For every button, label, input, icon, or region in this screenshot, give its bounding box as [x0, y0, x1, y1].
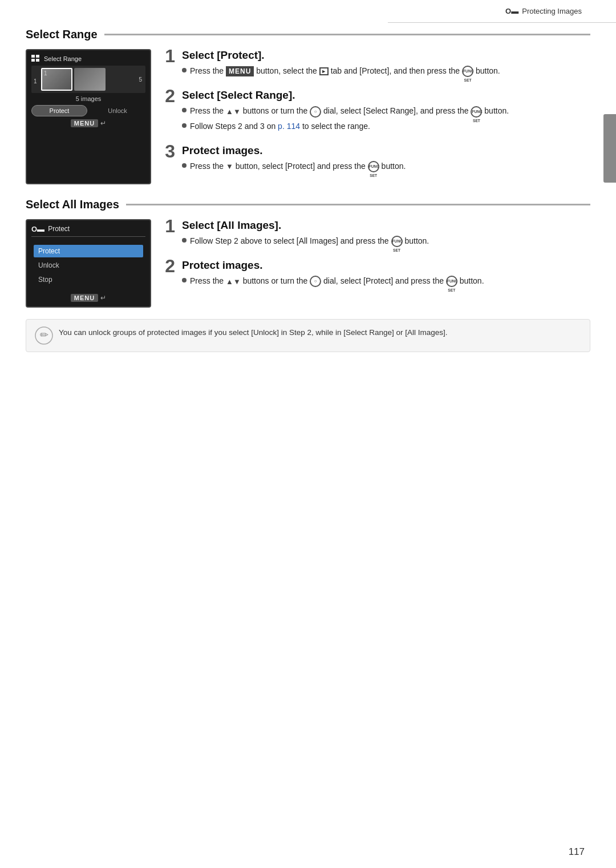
images-count: 5 images — [31, 95, 145, 102]
all-step-2-bullet: Press the ▲▼ buttons or turn the ○ dial,… — [182, 275, 590, 287]
select-range-header: Select Range — [26, 26, 590, 43]
svg-rect-2 — [31, 59, 35, 62]
img-thumb-1: 1 — [41, 68, 72, 91]
step-2-block: 2 Select [Select Range]. Press the ▲▼ bu… — [163, 89, 590, 135]
camera-menu-row: MENU ↵ — [31, 119, 145, 127]
menu-item-unlock[interactable]: Unlock — [34, 259, 143, 272]
up-down-icon-2: ▲▼ — [226, 276, 241, 288]
func-set-icon-2: FUNCSET — [471, 106, 482, 118]
screen2-title-row: O▬ Protect — [31, 225, 145, 237]
step-2-number: 2 — [163, 87, 175, 105]
menu-button-inline: MENU — [226, 66, 254, 76]
play-tab-icon: ► — [319, 67, 329, 75]
right-edge-tab — [603, 114, 616, 183]
step-3-block: 3 Protect images. Press the ▼ button, se… — [163, 144, 590, 175]
all-step-1-title: Select [All Images]. — [182, 219, 590, 232]
select-range-steps: 1 Select [Protect]. Press the MENU butto… — [163, 49, 590, 184]
bullet-dot — [182, 238, 187, 243]
bullet-dot — [182, 68, 187, 72]
step-3-number: 3 — [163, 142, 175, 160]
select-all-camera-screen: O▬ Protect Protect Unlock Stop MENU ↵ — [26, 219, 151, 308]
header-title: O▬ Protecting Images — [505, 7, 582, 15]
img-thumb-num: 1 — [44, 70, 47, 76]
step-2-bullet-1: Press the ▲▼ buttons or turn the ○ dial,… — [182, 105, 590, 117]
step-2-title: Select [Select Range]. — [182, 89, 590, 102]
all-step-1-bullet: Follow Step 2 above to select [All Image… — [182, 235, 590, 247]
step-2-bullet-2: Follow Steps 2 and 3 on p. 114 to select… — [182, 120, 590, 132]
select-range-title: Select Range — [26, 26, 104, 43]
note-text: You can unlock groups of protected image… — [59, 326, 581, 339]
step-1-content: Select [Protect]. Press the MENU button,… — [182, 49, 590, 80]
step-1-bullet-1: Press the MENU button, select the ► tab … — [182, 65, 590, 77]
select-range-body: Select Range 1 1 5 5 images — [26, 49, 590, 184]
func-set-icon-4: FUNCSET — [391, 236, 403, 247]
menu-label-2[interactable]: MENU — [71, 294, 98, 302]
screen-title-text: Select Range — [44, 55, 82, 62]
step-2-text-2: Follow Steps 2 and 3 on p. 114 to select… — [190, 120, 590, 132]
all-step-2-block: 2 Protect images. Press the ▲▼ buttons o… — [163, 259, 590, 290]
screen-title-row: Select Range — [31, 55, 145, 62]
menu-label[interactable]: MENU — [71, 119, 98, 127]
svg-rect-3 — [36, 59, 39, 62]
bullet-dot — [182, 108, 187, 112]
step-3-bullet-1: Press the ▼ button, select [Protect] and… — [182, 160, 590, 172]
protect-btn[interactable]: Protect — [31, 105, 87, 116]
menu-item-protect[interactable]: Protect — [34, 245, 143, 257]
select-all-header: Select All Images — [26, 196, 590, 213]
func-set-icon-3: FUNCSET — [368, 161, 379, 172]
select-range-camera-screen: Select Range 1 1 5 5 images — [26, 49, 151, 184]
bullet-dot — [182, 123, 187, 128]
dial-icon-2: ○ — [310, 276, 321, 287]
screen2-title-text: Protect — [48, 225, 70, 233]
func-set-icon-5: FUNCSET — [446, 276, 457, 287]
step-3-text-1: Press the ▼ button, select [Protect] and… — [190, 160, 590, 172]
unlock-btn[interactable]: Unlock — [90, 105, 145, 116]
img-num-left: 1 — [34, 78, 37, 84]
all-step-1-content: Select [All Images]. Follow Step 2 above… — [182, 219, 590, 250]
step-1-block: 1 Select [Protect]. Press the MENU butto… — [163, 49, 590, 80]
grid-icon — [31, 55, 40, 62]
svg-rect-0 — [31, 55, 35, 58]
select-all-steps: 1 Select [All Images]. Follow Step 2 abo… — [163, 219, 590, 308]
img-thumb-2 — [74, 68, 106, 91]
dial-icon-1: ○ — [310, 106, 321, 118]
all-step-2-text: Press the ▲▼ buttons or turn the ○ dial,… — [190, 275, 590, 287]
all-step-1-number: 1 — [163, 217, 175, 235]
select-all-images-section: Select All Images O▬ Protect Protect Unl… — [26, 196, 590, 352]
camera-menu-row-2: MENU ↵ — [31, 294, 145, 302]
bullet-dot — [182, 163, 187, 168]
down-arrow-icon: ▼ — [226, 161, 233, 172]
header-bar: O▬ Protecting Images — [388, 0, 616, 23]
menu-item-stop[interactable]: Stop — [34, 273, 143, 286]
img-num-right: 5 — [139, 76, 142, 83]
return-arrow-2: ↵ — [100, 294, 106, 302]
svg-rect-1 — [36, 55, 39, 58]
all-step-1-block: 1 Select [All Images]. Follow Step 2 abo… — [163, 219, 590, 250]
page-link: p. 114 — [278, 122, 300, 131]
return-arrow: ↵ — [100, 119, 106, 127]
key-icon-2: O▬ — [31, 225, 44, 233]
key-protect-icon: O▬ — [505, 7, 518, 15]
camera-menu-list: Protect Unlock Stop — [31, 241, 145, 289]
select-range-section: Select Range Select Range — [26, 26, 590, 184]
select-all-divider — [126, 204, 590, 205]
step-2-text-1: Press the ▲▼ buttons or turn the ○ dial,… — [190, 105, 590, 117]
all-step-2-title: Protect images. — [182, 259, 590, 272]
select-all-title: Select All Images — [26, 196, 126, 213]
all-step-2-number: 2 — [163, 257, 175, 275]
page-content: Select Range Select Range — [26, 26, 590, 839]
func-set-icon-1: FUNCSET — [462, 66, 473, 77]
step-1-number: 1 — [163, 47, 175, 65]
all-step-1-text: Follow Step 2 above to select [All Image… — [190, 235, 590, 247]
note-box: ✏ You can unlock groups of protected ima… — [26, 319, 590, 352]
step-3-title: Protect images. — [182, 144, 590, 157]
step-1-text-1: Press the MENU button, select the ► tab … — [190, 65, 590, 77]
select-all-body: O▬ Protect Protect Unlock Stop MENU ↵ 1 — [26, 219, 590, 308]
header-title-text: Protecting Images — [522, 7, 582, 15]
note-pencil-icon: ✏ — [35, 326, 53, 345]
up-down-icon: ▲▼ — [226, 106, 241, 118]
step-2-content: Select [Select Range]. Press the ▲▼ butt… — [182, 89, 590, 135]
step-3-content: Protect images. Press the ▼ button, sele… — [182, 144, 590, 175]
bullet-dot — [182, 278, 187, 282]
images-strip: 1 1 5 — [31, 66, 145, 93]
